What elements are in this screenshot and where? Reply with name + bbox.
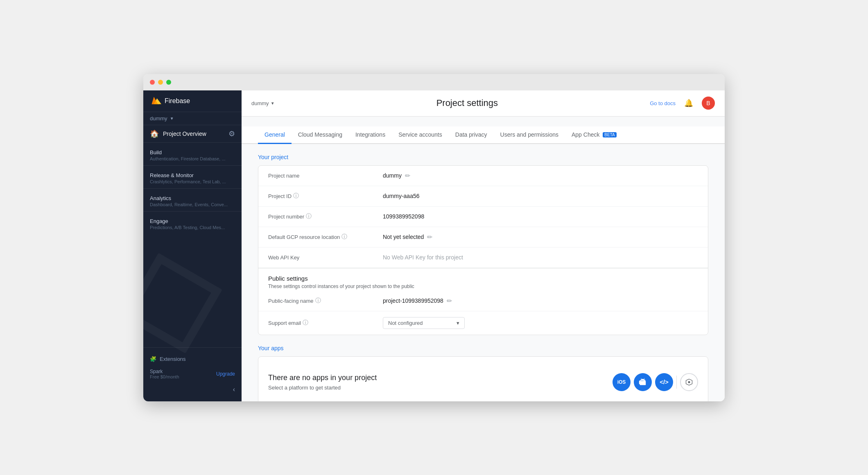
tab-users-permissions[interactable]: Users and permissions: [494, 126, 565, 144]
firebase-logo-text: Firebase: [165, 97, 190, 105]
tab-app-check[interactable]: App Check BETA: [565, 126, 623, 144]
public-name-row: Public-facing name ⓘ project-10993899520…: [258, 291, 708, 311]
android-platform-button[interactable]: ☛: [634, 373, 652, 391]
sidebar-item-engage[interactable]: Engage Predictions, A/B Testing, Cloud M…: [143, 215, 242, 231]
sidebar-section-build: Build Authentication, Firestore Database…: [143, 142, 242, 165]
support-email-row: Support email ⓘ Not configured ▾: [258, 311, 708, 335]
apps-empty-text: There are no apps in your project Select…: [268, 374, 377, 391]
sidebar-item-build[interactable]: Build Authentication, Firestore Database…: [143, 146, 242, 162]
sidebar-item-extensions[interactable]: 🧩 Extensions: [143, 353, 242, 365]
tab-integrations[interactable]: Integrations: [349, 126, 392, 144]
project-overview-label: Project Overview: [163, 131, 224, 137]
your-project-card: Project name dummy ✏ Project ID ⓘ: [258, 165, 708, 335]
gcp-location-edit-icon[interactable]: ✏: [427, 233, 432, 241]
support-email-value: Not configured ▾: [383, 317, 465, 329]
project-id-value: dummy-aaa56: [383, 193, 420, 199]
sidebar: Firebase dummy ▼ 🏠 Project Overview ⚙ Bu…: [143, 90, 242, 401]
tab-service-accounts[interactable]: Service accounts: [392, 126, 449, 144]
public-name-label: Public-facing name ⓘ: [268, 297, 383, 304]
platform-divider: [676, 376, 677, 389]
sidebar-item-release[interactable]: Release & Monitor Crashlytics, Performan…: [143, 169, 242, 185]
public-name-help-icon[interactable]: ⓘ: [315, 297, 321, 304]
project-id-label: Project ID ⓘ: [268, 192, 383, 200]
sidebar-header: Firebase: [143, 90, 242, 112]
project-chevron-icon: ▼: [170, 116, 174, 121]
page-title: Project settings: [436, 98, 498, 108]
unity-platform-button[interactable]: [680, 373, 698, 391]
build-sub: Authentication, Firestore Database, ...: [150, 156, 235, 161]
svg-point-1: [688, 381, 690, 383]
web-api-key-value: No Web API Key for this project: [383, 254, 463, 261]
project-name-row: Project name dummy ✏: [258, 166, 708, 186]
project-name-label: Project name: [268, 173, 383, 179]
gcp-location-label: Default GCP resource location ⓘ: [268, 233, 383, 241]
project-number-label: Project number ⓘ: [268, 213, 383, 220]
project-name-edit-icon[interactable]: ✏: [405, 172, 410, 180]
traffic-light-red[interactable]: [150, 80, 155, 85]
public-settings-description: These settings control instances of your…: [268, 284, 698, 289]
support-email-dropdown[interactable]: Not configured ▾: [383, 317, 465, 329]
gcp-location-help-icon[interactable]: ⓘ: [341, 233, 347, 241]
breadcrumb-project-name: dummy: [251, 100, 269, 106]
project-id-help-icon[interactable]: ⓘ: [293, 192, 299, 200]
browser-chrome: [143, 74, 725, 90]
ios-platform-button[interactable]: iOS: [613, 373, 631, 391]
tabs-bar: General Cloud Messaging Integrations Ser…: [242, 126, 725, 144]
content-area: dummy ▼ Project settings Go to docs 🔔 B …: [242, 90, 725, 401]
settings-icon[interactable]: ⚙: [228, 129, 235, 138]
public-name-value: project-1099389952098 ✏: [383, 297, 452, 305]
build-title: Build: [150, 149, 235, 155]
traffic-light-yellow[interactable]: [158, 80, 163, 85]
sidebar-decoration: [143, 253, 222, 353]
web-api-key-label: Web API Key: [268, 254, 383, 261]
sidebar-item-project-overview[interactable]: 🏠 Project Overview ⚙: [143, 125, 242, 142]
project-selector[interactable]: dummy ▼: [143, 112, 242, 125]
platform-buttons: iOS ☛ </>: [613, 373, 698, 391]
traffic-light-green[interactable]: [166, 80, 171, 85]
analytics-title: Analytics: [150, 195, 235, 201]
breadcrumb: dummy ▼: [251, 100, 275, 106]
main-content: General Cloud Messaging Integrations Ser…: [242, 117, 725, 401]
user-avatar[interactable]: B: [702, 97, 715, 110]
public-settings-title: Public settings: [268, 275, 698, 282]
tab-cloud-messaging[interactable]: Cloud Messaging: [292, 126, 349, 144]
analytics-sub: Dashboard, Realtime, Events, Conve...: [150, 202, 235, 207]
top-bar-right: Go to docs 🔔 B: [650, 97, 715, 110]
notifications-button[interactable]: 🔔: [682, 97, 695, 110]
firebase-logo-icon: [150, 95, 161, 107]
cursor-icon: ☛: [641, 389, 648, 398]
home-icon: 🏠: [150, 129, 159, 138]
web-api-key-row: Web API Key No Web API Key for this proj…: [258, 248, 708, 268]
tab-general[interactable]: General: [258, 126, 292, 144]
project-name-value: dummy ✏: [383, 172, 410, 180]
sidebar-item-analytics[interactable]: Analytics Dashboard, Realtime, Events, C…: [143, 192, 242, 208]
sidebar-section-analytics: Analytics Dashboard, Realtime, Events, C…: [143, 188, 242, 211]
sidebar-section-engage: Engage Predictions, A/B Testing, Cloud M…: [143, 211, 242, 234]
dropdown-chevron-icon: ▾: [457, 320, 459, 326]
project-number-value: 1099389952098: [383, 213, 424, 220]
sidebar-plan: Spark Free $0/month Upgrade: [143, 365, 242, 383]
engage-sub: Predictions, A/B Testing, Cloud Mes...: [150, 225, 235, 230]
web-platform-button[interactable]: </>: [655, 373, 673, 391]
upgrade-button[interactable]: Upgrade: [216, 371, 235, 377]
release-title: Release & Monitor: [150, 172, 235, 178]
sidebar-collapse-button[interactable]: ‹: [143, 383, 242, 396]
apps-empty-title: There are no apps in your project: [268, 374, 377, 382]
app-check-beta-badge: BETA: [603, 132, 616, 137]
support-email-label: Support email ⓘ: [268, 319, 383, 326]
tab-data-privacy[interactable]: Data privacy: [449, 126, 494, 144]
sidebar-section-release: Release & Monitor Crashlytics, Performan…: [143, 165, 242, 188]
breadcrumb-project[interactable]: dummy ▼: [251, 100, 275, 106]
engage-title: Engage: [150, 218, 235, 224]
public-name-edit-icon[interactable]: ✏: [447, 297, 452, 305]
support-email-help-icon[interactable]: ⓘ: [303, 319, 308, 326]
apps-empty-sub: Select a platform to get started: [268, 385, 377, 391]
project-number-help-icon[interactable]: ⓘ: [306, 213, 312, 220]
go-to-docs-link[interactable]: Go to docs: [650, 100, 676, 106]
collapse-icon: ‹: [233, 386, 235, 393]
gcp-location-value: Not yet selected ✏: [383, 233, 432, 241]
release-sub: Crashlytics, Performance, Test Lab, ...: [150, 179, 235, 184]
extensions-icon: 🧩: [150, 356, 156, 362]
breadcrumb-chevron-icon: ▼: [271, 101, 275, 106]
extensions-label: Extensions: [160, 356, 186, 362]
